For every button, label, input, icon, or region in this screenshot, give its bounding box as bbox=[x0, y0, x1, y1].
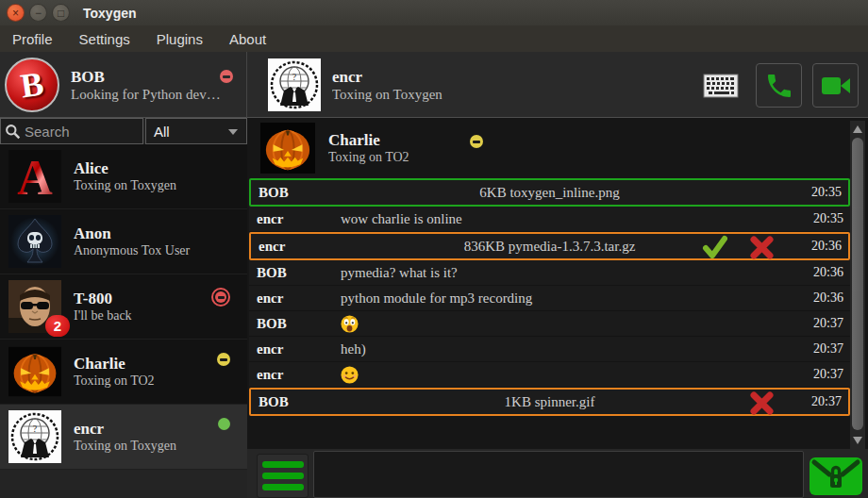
contact-item-alice[interactable]: A Alice Toxing on Toxygen bbox=[0, 144, 247, 209]
file-transfer-row[interactable]: encr 836KB pymedia-1.3.7.3.tar.gz 20:36 bbox=[249, 232, 850, 260]
banner-status-message: Toxing on TO2 bbox=[328, 150, 409, 165]
contact-item-charlie[interactable]: Charlie Toxing on TO2 bbox=[0, 340, 247, 405]
busy-status-icon bbox=[211, 288, 230, 307]
smiling-face-emoji bbox=[341, 366, 359, 384]
active-contact-status-message: Toxing on Toxygen bbox=[332, 87, 442, 103]
accept-file-icon[interactable] bbox=[702, 235, 727, 260]
message-menu-button[interactable] bbox=[257, 454, 309, 498]
message-row: BOB pymedia? what is it? 20:36 bbox=[249, 260, 850, 286]
self-status-message: Looking for Python dev… bbox=[71, 87, 221, 103]
maximize-button[interactable]: □ bbox=[52, 4, 70, 22]
chat-area: Charlie Toxing on TO2 BOB 6KB toxygen_in… bbox=[247, 118, 868, 449]
screen-keyboard-icon[interactable] bbox=[703, 74, 739, 98]
cancel-file-icon[interactable] bbox=[749, 390, 775, 416]
active-contact-avatar bbox=[268, 58, 321, 111]
message-time: 20:37 bbox=[813, 367, 843, 382]
message-time: 20:37 bbox=[813, 316, 843, 331]
chat-scrollbar[interactable] bbox=[850, 121, 865, 449]
svg-text:A: A bbox=[17, 151, 53, 203]
away-status-icon bbox=[217, 353, 230, 366]
contact-name: T-800 bbox=[74, 290, 132, 308]
message-time: 20:36 bbox=[811, 239, 842, 254]
title-bar: × − □ Toxygen bbox=[0, 0, 868, 25]
menu-bar: Profile Settings Plugins About bbox=[0, 25, 868, 52]
contact-name: Anon bbox=[74, 224, 190, 243]
online-status-icon bbox=[218, 418, 230, 430]
message-input[interactable] bbox=[313, 451, 804, 498]
shocked-face-emoji bbox=[341, 315, 359, 333]
audio-call-button[interactable] bbox=[756, 63, 802, 108]
message-time: 20:35 bbox=[811, 185, 842, 200]
contact-status-message: Toxing on Toxygen bbox=[74, 439, 176, 454]
busy-status-icon bbox=[220, 70, 233, 83]
avatar-charlie bbox=[8, 345, 61, 398]
contact-name: encr bbox=[74, 420, 176, 439]
search-icon bbox=[5, 124, 21, 140]
message-time: 20:37 bbox=[813, 341, 843, 357]
video-camera-icon bbox=[820, 72, 852, 100]
message-row: encr wow charlie is online 20:35 bbox=[249, 207, 850, 232]
banner-avatar-charlie bbox=[259, 123, 316, 174]
send-button[interactable] bbox=[807, 454, 865, 498]
avatar-anon bbox=[8, 215, 61, 268]
chat-contact-banner: Charlie Toxing on TO2 bbox=[247, 118, 868, 178]
contact-name: Alice bbox=[74, 159, 176, 178]
scroll-up-icon[interactable] bbox=[853, 125, 862, 133]
video-call-button[interactable] bbox=[812, 63, 859, 108]
file-transfer-row[interactable]: BOB 1KB spinner.gif 20:37 bbox=[249, 388, 850, 416]
send-encrypted-icon bbox=[809, 456, 863, 497]
contact-item-anon[interactable]: Anon Anonymous Tox User bbox=[0, 209, 247, 274]
contact-filter-dropdown[interactable]: All bbox=[145, 118, 247, 144]
message-author: encr bbox=[257, 367, 283, 383]
header: B BOB Looking for Python dev… encr Toxin… bbox=[0, 52, 868, 118]
away-status-icon bbox=[470, 135, 483, 148]
message-text: wow charlie is online bbox=[341, 211, 462, 227]
scroll-down-icon[interactable] bbox=[853, 437, 862, 444]
avatar-encr bbox=[8, 410, 61, 463]
active-contact-name: encr bbox=[332, 68, 442, 87]
menu-plugins[interactable]: Plugins bbox=[157, 31, 203, 47]
contact-item-t800[interactable]: T-800 I'll be back 2 bbox=[0, 274, 247, 340]
search-box[interactable] bbox=[0, 118, 143, 144]
window-controls: × − □ bbox=[7, 4, 70, 22]
message-author: BOB bbox=[257, 265, 287, 281]
window-title: Toxygen bbox=[83, 6, 137, 21]
contact-status-message: Toxing on TO2 bbox=[74, 374, 155, 389]
message-time: 20:36 bbox=[813, 290, 843, 306]
scrollbar-thumb[interactable] bbox=[852, 138, 863, 430]
message-time: 20:36 bbox=[813, 265, 843, 280]
message-list: BOB 6KB toxygen_inline.png 20:35 encr wo… bbox=[249, 178, 850, 449]
message-row: encr 20:37 bbox=[249, 362, 850, 388]
message-time: 20:35 bbox=[813, 211, 843, 226]
menu-settings[interactable]: Settings bbox=[79, 31, 130, 47]
cancel-file-icon[interactable] bbox=[749, 235, 775, 260]
avatar-alice: A bbox=[8, 150, 61, 203]
minimize-button[interactable]: − bbox=[29, 4, 47, 22]
compose-bar bbox=[247, 449, 868, 498]
message-time: 20:37 bbox=[811, 394, 842, 409]
contact-item-encr[interactable]: encr Toxing on Toxygen bbox=[0, 405, 247, 470]
message-author: encr bbox=[257, 290, 283, 307]
menu-profile[interactable]: Profile bbox=[12, 31, 53, 47]
file-name-label: 6KB toxygen_inline.png bbox=[251, 185, 848, 201]
close-button[interactable]: × bbox=[7, 4, 25, 22]
self-profile[interactable]: B BOB Looking for Python dev… bbox=[0, 52, 247, 118]
search-input[interactable] bbox=[25, 124, 128, 140]
contact-status-message: Anonymous Tox User bbox=[74, 243, 190, 258]
menu-about[interactable]: About bbox=[229, 31, 266, 47]
hamburger-icon bbox=[262, 461, 304, 468]
self-avatar-letter: B bbox=[18, 64, 46, 107]
file-transfer-row[interactable]: BOB 6KB toxygen_inline.png 20:35 bbox=[249, 178, 850, 207]
message-text: pymedia? what is it? bbox=[341, 265, 458, 281]
message-author: encr bbox=[257, 211, 283, 227]
filter-value: All bbox=[154, 124, 170, 140]
message-author: encr bbox=[257, 341, 283, 357]
self-name: BOB bbox=[71, 68, 221, 87]
message-row: BOB 20:37 bbox=[249, 311, 850, 337]
phone-icon bbox=[764, 71, 794, 101]
contact-status-message: Toxing on Toxygen bbox=[74, 178, 176, 193]
contact-name: Charlie bbox=[74, 355, 155, 374]
banner-contact-name: Charlie bbox=[328, 131, 409, 150]
message-text: heh) bbox=[341, 341, 366, 357]
unread-count-badge: 2 bbox=[45, 315, 70, 337]
